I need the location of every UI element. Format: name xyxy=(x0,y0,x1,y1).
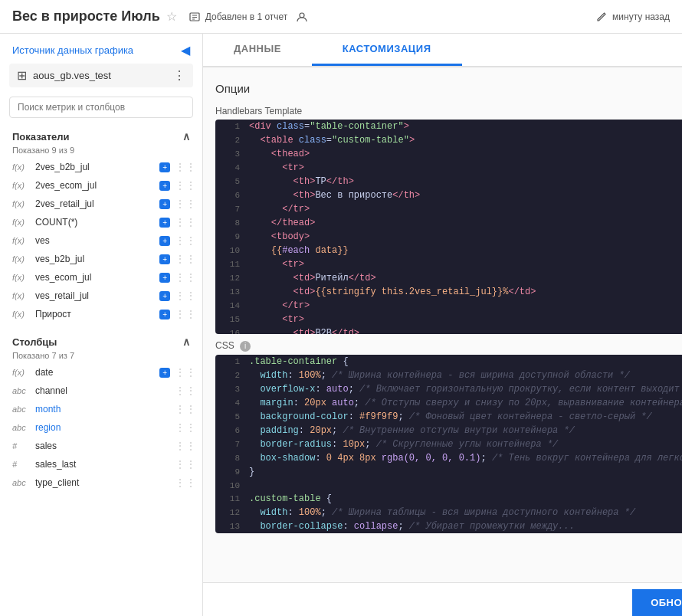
right-panel: ДАННЫЕ КАСТОМИЗАЦИЯ Опции ∧ Handlebars T… xyxy=(203,34,682,616)
plus-icon[interactable]: + xyxy=(159,181,170,191)
code-line: 9 <tbody> xyxy=(215,230,682,244)
column-item[interactable]: f(x) date + ⋮⋮ xyxy=(0,363,202,382)
line-number: 8 xyxy=(221,216,240,230)
plus-icon[interactable]: + xyxy=(159,368,170,378)
code-line: 3 <thead> xyxy=(215,147,682,161)
column-item[interactable]: abc region ⋮⋮ xyxy=(0,418,202,437)
columns-section-header: Столбцы ∧ xyxy=(0,329,202,351)
line-number: 2 xyxy=(221,369,240,382)
field-name: Прирост xyxy=(35,309,153,319)
columns-chevron[interactable]: ∧ xyxy=(182,336,190,348)
column-item[interactable]: # sales_last ⋮⋮ xyxy=(0,455,202,473)
handlebars-editor[interactable]: 1<div class="table-container">2 <table c… xyxy=(215,120,682,334)
css-code-line: 10 xyxy=(215,479,682,493)
update-chart-button[interactable]: ОБНОВИТЬ ГРАФИК xyxy=(632,589,682,616)
options-header: Опции ∧ xyxy=(215,77,682,100)
metric-item[interactable]: f(x) Прирост + ⋮⋮ xyxy=(0,305,202,323)
plus-icon[interactable]: + xyxy=(159,236,170,246)
drag-icon: ⋮⋮ xyxy=(175,179,196,192)
metrics-chevron[interactable]: ∧ xyxy=(182,130,190,143)
drag-icon: ⋮⋮ xyxy=(175,198,196,210)
css-editor[interactable]: 1.table-container {2 width: 100%; /* Шир… xyxy=(215,355,682,534)
search-input[interactable] xyxy=(9,97,193,118)
metric-item[interactable]: f(x) COUNT(*) + ⋮⋮ xyxy=(0,213,202,231)
line-content: <td>B2B</td> xyxy=(249,326,359,334)
plus-icon[interactable]: + xyxy=(159,291,170,301)
metric-item[interactable]: f(x) ves_b2b_jul + ⋮⋮ xyxy=(0,250,202,268)
css-code-line: 4 margin: 20px auto; /* Отступы сверху и… xyxy=(215,396,682,410)
line-number: 1 xyxy=(221,120,240,133)
plus-icon[interactable]: + xyxy=(159,218,170,228)
plus-icon[interactable]: + xyxy=(159,254,170,264)
field-name: ves_retail_jul xyxy=(35,290,153,301)
line-number: 14 xyxy=(221,299,240,313)
css-label: CSS i xyxy=(215,340,682,352)
line-content: .table-container { xyxy=(249,355,349,369)
line-content: .custom-table { xyxy=(249,492,332,506)
columns-count: Показано 7 из 7 xyxy=(12,351,190,360)
plus-icon[interactable]: + xyxy=(159,162,170,172)
field-name: channel xyxy=(35,385,170,396)
column-item[interactable]: # sales ⋮⋮ xyxy=(0,437,202,455)
line-content: width: 100%; /* Ширина таблицы - вся шир… xyxy=(249,506,635,519)
metric-item[interactable]: f(x) ves_retail_jul + ⋮⋮ xyxy=(0,287,202,305)
page-title: Вес в приросте Июль xyxy=(12,8,160,25)
report-meta: Добавлен в 1 отчет xyxy=(189,11,288,22)
plus-icon[interactable]: + xyxy=(159,273,170,283)
handlebars-label: Handlebars Template xyxy=(215,106,682,116)
user-icon-svg xyxy=(297,11,307,22)
field-name: sales_last xyxy=(35,459,170,470)
data-source-row[interactable]: ⊞ aous_gb.ves_test ⋮ xyxy=(9,64,193,87)
css-code-line: 1.table-container { xyxy=(215,355,682,369)
line-content: <thead> xyxy=(249,147,310,161)
code-line: 11 <tr> xyxy=(215,257,682,271)
drag-icon: ⋮⋮ xyxy=(175,366,196,378)
line-number: 6 xyxy=(221,188,240,202)
drag-icon: ⋮⋮ xyxy=(175,253,196,265)
column-item[interactable]: abc channel ⋮⋮ xyxy=(0,382,202,400)
field-name: 2ves_b2b_jul xyxy=(35,162,153,172)
field-name: 2ves_retail_jul xyxy=(35,198,153,209)
line-content: border-collapse: collapse; /* Убирает пр… xyxy=(249,519,575,533)
menu-dots-icon[interactable]: ⋮ xyxy=(173,68,185,83)
column-item[interactable]: abc type_client ⋮⋮ xyxy=(0,473,202,492)
css-code-line: 13 border-collapse: collapse; /* Убирает… xyxy=(215,519,682,533)
metric-item[interactable]: f(x) 2ves_retail_jul + ⋮⋮ xyxy=(0,195,202,213)
field-type: f(x) xyxy=(12,218,31,227)
line-content: box-shadow: 0 4px 8px rgba(0, 0, 0, 0.1)… xyxy=(249,451,682,465)
tab-customization[interactable]: КАСТОМИЗАЦИЯ xyxy=(312,34,462,66)
sidebar-content: Показатели ∧ Показано 9 из 9 f(x) 2ves_b… xyxy=(0,124,202,616)
field-type: # xyxy=(12,460,31,469)
field-name: sales xyxy=(35,441,170,451)
plus-icon[interactable]: + xyxy=(159,199,170,209)
sidebar: Источник данных графика ◀ ⊞ aous_gb.ves_… xyxy=(0,34,203,616)
line-number: 3 xyxy=(221,147,240,161)
star-icon[interactable]: ☆ xyxy=(166,9,177,24)
line-content: border-radius: 10px; /* Скругленные углы… xyxy=(249,437,558,451)
line-number: 12 xyxy=(221,506,240,519)
field-type: abc xyxy=(12,386,31,395)
column-item[interactable]: abc month ⋮⋮ xyxy=(0,400,202,418)
line-number: 11 xyxy=(221,257,240,271)
metric-item[interactable]: f(x) ves_ecom_jul + ⋮⋮ xyxy=(0,268,202,287)
metric-item[interactable]: f(x) ves + ⋮⋮ xyxy=(0,231,202,250)
tab-data[interactable]: ДАННЫЕ xyxy=(203,34,312,66)
line-content: overflow-x: auto; /* Включает горизонтал… xyxy=(249,382,682,396)
line-content: {{#each data}} xyxy=(249,244,349,257)
line-number: 5 xyxy=(221,410,240,424)
line-number: 3 xyxy=(221,382,240,396)
code-line: 7 </tr> xyxy=(215,202,682,216)
drag-icon: ⋮⋮ xyxy=(175,308,196,320)
plus-icon[interactable]: + xyxy=(159,310,170,319)
line-content: <th>Вес в приросте</th> xyxy=(249,188,420,202)
line-number: 2 xyxy=(221,133,240,147)
code-line: 4 <tr> xyxy=(215,161,682,175)
metric-item[interactable]: f(x) 2ves_ecom_jul + ⋮⋮ xyxy=(0,176,202,195)
css-code-line: 7 border-radius: 10px; /* Скругленные уг… xyxy=(215,437,682,451)
metric-item[interactable]: f(x) 2ves_b2b_jul + ⋮⋮ xyxy=(0,158,202,176)
line-number: 15 xyxy=(221,313,240,326)
collapse-icon[interactable]: ◀ xyxy=(181,43,190,57)
code-line: 1<div class="table-container"> xyxy=(215,120,682,133)
css-code-line: 5 background-color: #f9f9f9; /* Фоновый … xyxy=(215,410,682,424)
drag-icon: ⋮⋮ xyxy=(175,290,196,302)
